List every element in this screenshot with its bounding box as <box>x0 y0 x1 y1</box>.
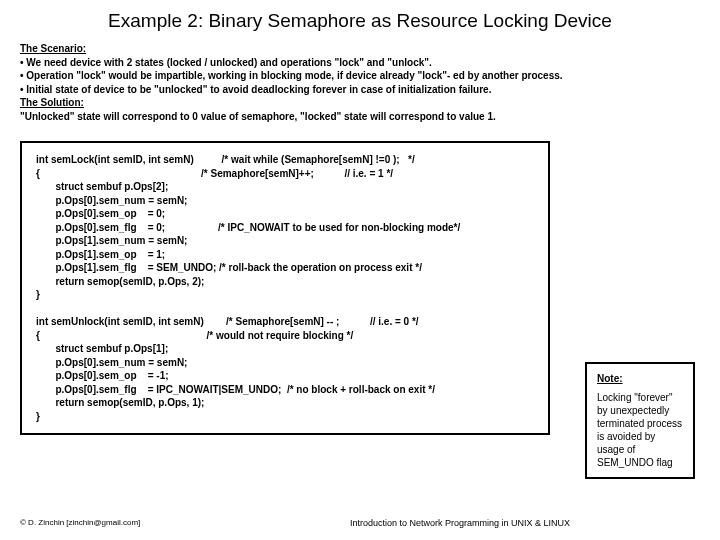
scenario-heading: The Scenario: <box>20 42 700 56</box>
slide-title: Example 2: Binary Semaphore as Resource … <box>20 10 700 32</box>
code-box: int semLock(int semID, int semN) /* wait… <box>20 141 550 435</box>
code-line: p.Ops[0].sem_op = -1; <box>36 369 534 383</box>
code-line: p.Ops[1].sem_num = semN; <box>36 234 534 248</box>
code-line: p.Ops[0].sem_op = 0; <box>36 207 534 221</box>
code-line: struct sembuf p.Ops[2]; <box>36 180 534 194</box>
code-line: p.Ops[1].sem_flg = SEM_UNDO; /* roll-bac… <box>36 261 534 275</box>
note-heading: Note: <box>597 372 683 385</box>
code-line: p.Ops[0].sem_flg = IPC_NOWAIT|SEM_UNDO; … <box>36 383 534 397</box>
scenario-line: • Initial state of device to be "unlocke… <box>20 83 700 97</box>
code-line: int semUnlock(int semID, int semN) /* Se… <box>36 315 534 329</box>
code-line: return semop(semID, p.Ops, 1); <box>36 396 534 410</box>
note-body: Locking "forever" by unexpectedly termin… <box>597 391 683 469</box>
footer-title: Introduction to Network Programming in U… <box>220 518 700 528</box>
note-box: Note: Locking "forever" by unexpectedly … <box>585 362 695 479</box>
solution-line: "Unlocked" state will correspond to 0 va… <box>20 110 700 124</box>
footer-copyright: © D. Zinchin [zinchin@gmail.com] <box>20 518 220 528</box>
scenario-line: • We need device with 2 states (locked /… <box>20 56 700 70</box>
footer: © D. Zinchin [zinchin@gmail.com] Introdu… <box>20 518 700 528</box>
code-line: int semLock(int semID, int semN) /* wait… <box>36 153 534 167</box>
code-line: } <box>36 410 534 424</box>
code-line: p.Ops[0].sem_num = semN; <box>36 356 534 370</box>
code-line: p.Ops[0].sem_num = semN; <box>36 194 534 208</box>
solution-heading: The Solution: <box>20 96 700 110</box>
code-line: p.Ops[0].sem_flg = 0; /* IPC_NOWAIT to b… <box>36 221 534 235</box>
code-line <box>36 302 534 316</box>
code-line: { /* Semaphore[semN]++; // i.e. = 1 */ <box>36 167 534 181</box>
code-line: struct sembuf p.Ops[1]; <box>36 342 534 356</box>
scenario-line: • Operation "lock" would be impartible, … <box>20 69 700 83</box>
code-line: { /* would not require blocking */ <box>36 329 534 343</box>
code-line: p.Ops[1].sem_op = 1; <box>36 248 534 262</box>
code-line: } <box>36 288 534 302</box>
scenario-block: The Scenario: • We need device with 2 st… <box>20 42 700 123</box>
code-line: return semop(semID, p.Ops, 2); <box>36 275 534 289</box>
